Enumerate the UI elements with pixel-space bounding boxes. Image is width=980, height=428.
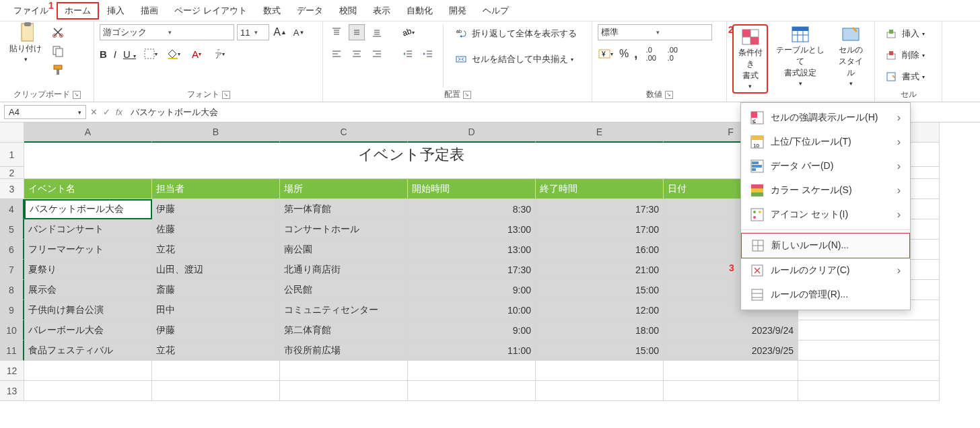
- decrease-font-icon[interactable]: A▼: [291, 24, 307, 40]
- cell[interactable]: 12:00: [536, 300, 664, 320]
- cell[interactable]: 食品フェスティバル: [24, 341, 152, 361]
- cell[interactable]: 21:00: [536, 260, 664, 280]
- cell[interactable]: 13:00: [408, 219, 536, 240]
- cell[interactable]: 伊藤: [152, 199, 280, 219]
- header-cell[interactable]: 開始時間: [408, 179, 536, 199]
- percent-button[interactable]: %: [619, 48, 629, 60]
- conditional-formatting-button[interactable]: 条件付き 書式 ▾: [732, 24, 768, 94]
- cell[interactable]: [798, 361, 940, 381]
- cell[interactable]: 17:30: [408, 260, 536, 280]
- cell[interactable]: [798, 381, 940, 401]
- increase-decimal-icon[interactable]: .0.00: [643, 46, 659, 62]
- cell[interactable]: 立花: [152, 341, 280, 361]
- title-cell[interactable]: イベント予定表: [24, 143, 798, 167]
- cell[interactable]: 17:00: [536, 219, 664, 240]
- bold-button[interactable]: B: [100, 48, 107, 60]
- align-bottom-icon[interactable]: [369, 24, 385, 40]
- menu-data[interactable]: データ: [289, 2, 331, 20]
- align-center-icon[interactable]: [349, 46, 365, 62]
- row-header-4[interactable]: 4: [0, 199, 24, 219]
- cut-icon[interactable]: [50, 24, 66, 40]
- decrease-indent-icon[interactable]: [400, 46, 416, 62]
- cell[interactable]: 11:00: [408, 341, 536, 361]
- header-cell[interactable]: 終了時間: [536, 179, 664, 199]
- header-cell[interactable]: イベント名: [24, 179, 152, 199]
- cell[interactable]: 山田、渡辺: [152, 260, 280, 280]
- col-header-b[interactable]: B: [152, 122, 280, 143]
- row-header-3[interactable]: 3: [0, 179, 24, 199]
- cell[interactable]: [798, 320, 940, 341]
- cell[interactable]: 2023/9/25: [664, 341, 798, 361]
- col-header-d[interactable]: D: [408, 122, 536, 143]
- cell[interactable]: [536, 361, 664, 381]
- row-header-12[interactable]: 12: [0, 361, 24, 381]
- align-right-icon[interactable]: [369, 46, 385, 62]
- insert-cells-button[interactable]: 挿入 ▾: [880, 24, 928, 43]
- orientation-button[interactable]: ab ▾: [400, 24, 416, 40]
- format-cells-button[interactable]: 書式 ▾: [880, 67, 928, 86]
- name-box[interactable]: A4▾: [4, 105, 86, 119]
- cell[interactable]: 第一体育館: [280, 199, 408, 219]
- cf-highlight-rules[interactable]: ≤ セルの強調表示ルール(H)›: [741, 106, 910, 130]
- cell[interactable]: [152, 361, 280, 381]
- cell[interactable]: 9:00: [408, 280, 536, 300]
- cell[interactable]: 斎藤: [152, 280, 280, 300]
- header-cell[interactable]: 場所: [280, 179, 408, 199]
- row-header-8[interactable]: 8: [0, 280, 24, 300]
- row-header-13[interactable]: 13: [0, 381, 24, 401]
- copy-icon[interactable]: [50, 43, 66, 59]
- cell[interactable]: 15:00: [536, 280, 664, 300]
- format-painter-icon[interactable]: [50, 62, 66, 78]
- cancel-formula-icon[interactable]: ✕: [90, 107, 98, 117]
- cell[interactable]: [24, 167, 798, 179]
- cf-top-bottom-rules[interactable]: 10 上位/下位ルール(T)›: [741, 130, 910, 154]
- cell[interactable]: [280, 381, 408, 401]
- cell[interactable]: 公民館: [280, 280, 408, 300]
- cell[interactable]: バスケットボール大会: [24, 199, 152, 219]
- cf-data-bars[interactable]: データ バー(D)›: [741, 154, 910, 178]
- cell[interactable]: 13:00: [408, 240, 536, 260]
- align-middle-icon[interactable]: [349, 24, 365, 40]
- increase-font-icon[interactable]: A▲: [272, 24, 288, 40]
- increase-indent-icon[interactable]: [420, 46, 436, 62]
- cell[interactable]: 佐藤: [152, 219, 280, 240]
- row-header-6[interactable]: 6: [0, 240, 24, 260]
- cell[interactable]: [798, 341, 940, 361]
- menu-formulas[interactable]: 数式: [255, 2, 289, 20]
- cell[interactable]: 10:00: [408, 300, 536, 320]
- cell[interactable]: [280, 361, 408, 381]
- cell[interactable]: コンサートホール: [280, 219, 408, 240]
- cell[interactable]: 市役所前広場: [280, 341, 408, 361]
- menu-page-layout[interactable]: ページ レイアウト: [166, 2, 255, 20]
- wrap-text-button[interactable]: ab 折り返して全体を表示する: [450, 24, 580, 43]
- cell[interactable]: 第二体育館: [280, 320, 408, 341]
- decrease-decimal-icon[interactable]: .00.0: [664, 46, 680, 62]
- cell[interactable]: 9:00: [408, 320, 536, 341]
- underline-button[interactable]: U ▾: [123, 48, 136, 60]
- menu-help[interactable]: ヘルプ: [475, 2, 517, 20]
- cell[interactable]: 15:00: [536, 341, 664, 361]
- font-color-button[interactable]: A ▾: [188, 46, 205, 62]
- cell[interactable]: 展示会: [24, 280, 152, 300]
- accounting-format-icon[interactable]: ¥ ▾: [598, 46, 614, 62]
- cell[interactable]: 立花: [152, 240, 280, 260]
- cell[interactable]: バンドコンサート: [24, 219, 152, 240]
- cell[interactable]: [536, 381, 664, 401]
- alignment-dialog-launcher[interactable]: ↘: [463, 91, 471, 99]
- cell[interactable]: コミュニティセンター: [280, 300, 408, 320]
- font-size-dropdown[interactable]: 11▾: [237, 24, 269, 40]
- cell[interactable]: [24, 381, 152, 401]
- menu-draw[interactable]: 描画: [133, 2, 166, 20]
- enter-formula-icon[interactable]: ✓: [103, 107, 110, 117]
- cell[interactable]: 南公園: [280, 240, 408, 260]
- cf-manage-rules[interactable]: ルールの管理(R)...: [741, 283, 910, 307]
- merge-center-button[interactable]: セルを結合して中央揃え ▾: [450, 50, 576, 69]
- font-name-dropdown[interactable]: 游ゴシック▾: [100, 24, 234, 40]
- fx-icon[interactable]: fx: [116, 107, 123, 117]
- menu-developer[interactable]: 開発: [441, 2, 475, 20]
- cell[interactable]: 18:00: [536, 320, 664, 341]
- italic-button[interactable]: I: [114, 48, 116, 60]
- comma-button[interactable]: ,: [634, 47, 637, 61]
- select-all-corner[interactable]: [0, 122, 24, 143]
- delete-cells-button[interactable]: 削除 ▾: [880, 46, 928, 65]
